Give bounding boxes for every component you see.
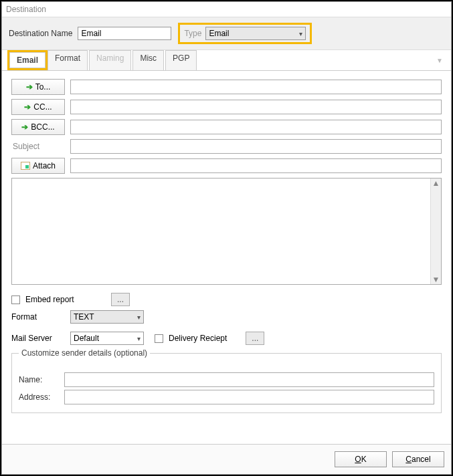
type-select[interactable]: Email ▾ (205, 27, 306, 40)
ok-rest: K (361, 455, 367, 464)
destination-name-label: Destination Name (9, 29, 72, 38)
tab-naming[interactable]: Naming (89, 50, 131, 70)
customize-sender-fieldset: Customize sender details (optional) Name… (11, 353, 442, 413)
tab-email[interactable]: Email (9, 52, 46, 68)
attach-button[interactable]: Attach (11, 158, 65, 174)
subject-label: Subject (11, 142, 65, 151)
customize-legend: Customize sender details (optional) (19, 348, 150, 358)
scrollbar[interactable]: ▲ ▼ (430, 178, 441, 284)
dialog-footer: OK Cancel (2, 444, 451, 474)
body-textarea[interactable]: ▲ ▼ (11, 178, 442, 285)
sender-address-label: Address: (19, 392, 59, 402)
delivery-label: Delivery Reciept (169, 334, 227, 343)
attach-input[interactable] (70, 158, 442, 173)
chevron-down-icon: ▾ (137, 314, 141, 321)
embed-label: Embed report (25, 295, 106, 304)
delivery-browse-button[interactable]: ... (246, 332, 264, 345)
subject-input[interactable] (70, 139, 442, 154)
cc-button-label: CC... (33, 102, 52, 112)
attach-icon (21, 162, 30, 170)
tab-bar: Email Format Naming Misc PGP ▼ (2, 50, 451, 71)
bcc-button[interactable]: ➔ BCC... (11, 119, 65, 135)
format-select[interactable]: TEXT ▾ (70, 310, 144, 324)
tab-format[interactable]: Format (48, 50, 88, 70)
sender-name-label: Name: (19, 375, 59, 384)
to-input[interactable] (70, 80, 442, 94)
mail-server-value: Default (74, 334, 99, 343)
cancel-button[interactable]: Cancel (392, 451, 444, 467)
ok-button[interactable]: OK (335, 451, 387, 467)
embed-browse-button[interactable]: ... (111, 293, 130, 306)
arrow-right-icon: ➔ (24, 102, 31, 112)
attach-button-label: Attach (33, 161, 56, 170)
arrow-right-icon: ➔ (21, 122, 28, 132)
format-label: Format (11, 312, 65, 322)
expand-icon[interactable]: ▼ (436, 57, 446, 64)
tab-pgp[interactable]: PGP (165, 50, 197, 70)
chevron-down-icon: ▾ (137, 335, 141, 342)
cc-input[interactable] (70, 100, 442, 114)
cc-button[interactable]: ➔ CC... (11, 99, 65, 115)
type-highlight: Type Email ▾ (178, 23, 312, 44)
destination-name-input[interactable] (78, 27, 171, 40)
tab-content: ➔ To... ➔ CC... ➔ BCC... Subject (2, 71, 451, 444)
cancel-rest: ancel (412, 455, 431, 464)
window-title: Destination (2, 2, 451, 17)
embed-checkbox[interactable] (11, 295, 20, 304)
tab-email-highlight: Email (7, 50, 48, 70)
arrow-right-icon: ➔ (26, 82, 33, 92)
destination-dialog: Destination Destination Name Type Email … (1, 1, 452, 475)
scroll-down-icon[interactable]: ▼ (432, 275, 440, 284)
sender-address-input[interactable] (64, 390, 434, 404)
tab-misc[interactable]: Misc (132, 50, 164, 70)
bcc-button-label: BCC... (31, 122, 54, 132)
format-select-value: TEXT (74, 312, 94, 322)
mail-server-label: Mail Server (11, 334, 65, 343)
mail-server-select[interactable]: Default ▾ (70, 332, 144, 345)
to-button-label: To... (35, 82, 51, 92)
bcc-input[interactable] (70, 120, 442, 134)
header-row: Destination Name Type Email ▾ (2, 17, 451, 50)
delivery-checkbox[interactable] (155, 334, 163, 343)
type-select-value: Email (209, 29, 229, 38)
sender-name-input[interactable] (64, 372, 434, 387)
scroll-up-icon[interactable]: ▲ (432, 178, 440, 188)
to-button[interactable]: ➔ To... (11, 79, 65, 95)
chevron-down-icon: ▾ (299, 30, 302, 37)
type-label: Type (184, 29, 201, 38)
